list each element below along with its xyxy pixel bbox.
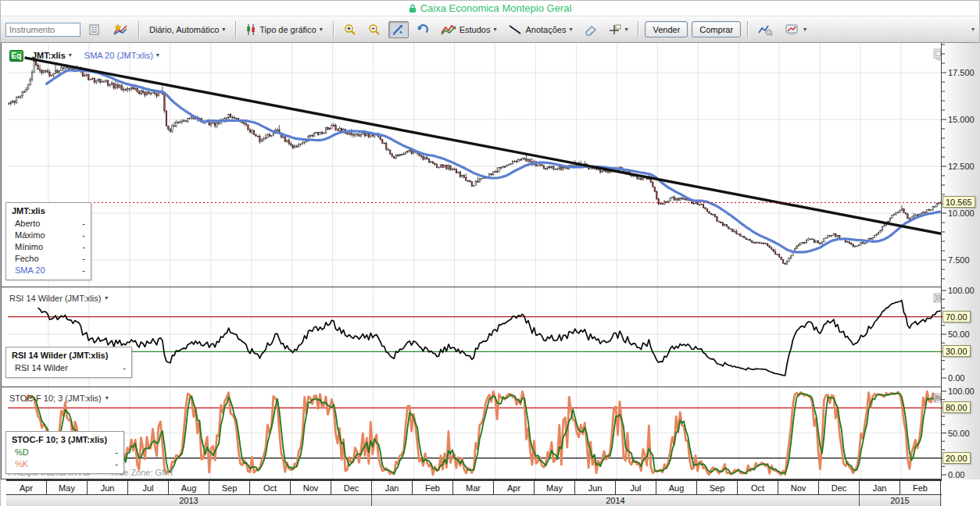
sma-20-line: [46, 70, 941, 252]
toolbar-separator: [138, 21, 139, 38]
month-label: May: [535, 481, 575, 494]
stoc-header-dropdown[interactable]: STOC-F 10; 3 (JMT:xlis): [9, 394, 109, 403]
maximize-panel-icon[interactable]: [933, 48, 941, 59]
instrument-list-icon: [88, 23, 101, 36]
toolbar-separator: [235, 21, 236, 38]
crosshair-info-dropdown[interactable]: [605, 21, 631, 38]
instrument-search-input[interactable]: [5, 23, 80, 37]
trendline-annotation[interactable]: [25, 58, 941, 234]
row-label: Fecho: [12, 253, 39, 265]
month-label: Dec: [819, 481, 860, 494]
sma-overlay-dropdown[interactable]: SMA 20 (JMT:xlis): [80, 48, 163, 62]
tooltip-title: JMT:xlis: [12, 206, 85, 216]
chevron-down-icon: [493, 27, 496, 33]
axis-value-badge: 70.00: [942, 311, 971, 322]
rsi-chart: [2, 287, 941, 387]
rsi-header-dropdown[interactable]: RSI 14 Wilder (JMT:xlis): [9, 294, 108, 303]
undo-icon: [417, 23, 429, 36]
chevron-down-icon: [106, 395, 109, 401]
chevron-down-icon: [569, 27, 572, 33]
anotacoes-label: Anotações: [525, 25, 566, 34]
axis-tick-label: 17.500: [948, 68, 975, 77]
sell-button[interactable]: Vender: [645, 21, 688, 37]
price-tooltip-box: JMT:xlis Aberto- Máximo- Mínimo- Fecho- …: [5, 202, 91, 280]
symbol-dropdown[interactable]: JMT:xlis: [28, 48, 76, 62]
panel-divider[interactable]: [1, 287, 941, 287]
toolbar-separator: [333, 21, 334, 38]
month-label: Jan: [860, 481, 900, 494]
add-chart-star-icon: [113, 23, 128, 36]
month-label: Oct: [250, 481, 291, 494]
row-label: RSI 14 Wilder: [12, 362, 68, 374]
tooltip-row: SMA 20-: [12, 265, 85, 276]
tooltip-row: RSI 14 Wilder-: [12, 362, 126, 374]
eraser-button[interactable]: [580, 21, 601, 38]
rsi-tooltip-box: RSI 14 Wilder (JMT:xlis) RSI 14 Wilder-: [5, 347, 132, 378]
month-label: Nov: [778, 481, 819, 494]
chart-settings-button[interactable]: [754, 21, 777, 38]
month-label: Mar: [453, 481, 494, 494]
instrument-list-button[interactable]: [84, 21, 105, 38]
month-label: May: [47, 481, 88, 494]
zoom-out-button[interactable]: [364, 21, 384, 38]
candlestick-icon: [246, 23, 256, 36]
rsi-panel[interactable]: RSI 14 Wilder (JMT:xlis) RSI 14 Wilder (…: [1, 287, 941, 387]
axis-value-badge: 10.565: [942, 196, 975, 208]
panel-divider[interactable]: [1, 387, 941, 387]
close-panel-icon[interactable]: [933, 293, 941, 303]
month-label: Jul: [616, 481, 656, 494]
rsi-header-label: RSI 14 Wilder (JMT:xlis): [9, 294, 101, 303]
crosshair-info-icon: [609, 23, 621, 36]
chevron-down-icon: [222, 27, 225, 33]
toolbar-separator: [638, 21, 638, 38]
pan-adjust-button[interactable]: [388, 21, 409, 38]
tooltip-row: %K-: [12, 458, 118, 470]
panel-divider: [1, 479, 941, 479]
chart-type-dropdown[interactable]: Tipo de gráfico: [242, 21, 326, 38]
axis-tick-label: 100.00: [948, 387, 975, 396]
zoom-in-button[interactable]: [340, 21, 360, 38]
time-axis[interactable]: AprMayJunJulAugSepOctNovDecJanFebMarAprM…: [6, 479, 942, 506]
stochastic-panel[interactable]: STOC-F 10; 3 (JMT:xlis) STOC-F 10; 3 (JM…: [1, 387, 941, 479]
zoom-out-icon: [368, 23, 381, 36]
add-instrument-chart-button[interactable]: [109, 21, 132, 38]
undo-button[interactable]: [413, 21, 433, 38]
axis-tick-label: 10.000: [948, 208, 975, 218]
row-value: -: [82, 230, 85, 241]
zoom-in-icon: [344, 23, 356, 36]
buy-button[interactable]: Comprar: [692, 21, 741, 37]
month-label: Feb: [900, 481, 941, 494]
chevron-down-icon: [320, 27, 323, 33]
year-row: 201320142015: [6, 495, 942, 506]
month-label: Sep: [209, 481, 250, 494]
row-value: -: [123, 362, 126, 374]
toolbar-overflow-button[interactable]: [971, 27, 975, 33]
trendline-tool-icon: [508, 23, 522, 36]
row-label: Mínimo: [12, 241, 43, 253]
row-value: -: [82, 253, 85, 265]
chart-region: Eq JMT:xlis SMA 20 (JMT:xlis): [1, 43, 980, 506]
tooltip-row: Fecho-: [12, 253, 85, 265]
tooltip-row: Mínimo-: [12, 241, 85, 253]
rsi-line: [38, 301, 941, 376]
close-panel-icon[interactable]: [933, 393, 941, 403]
row-value: -: [82, 241, 85, 253]
axis-tick-label: 15.000: [948, 115, 975, 124]
year-label: 2015: [860, 495, 941, 506]
price-axis[interactable]: 17.50015.00012.50010.0007.500100.0050.00…: [941, 43, 980, 479]
trading-chart-window: Caixa Economica Montepio Geral Diário, A…: [0, 0, 980, 506]
axis-value-badge: 80.00: [942, 401, 971, 413]
anotacoes-dropdown[interactable]: Anotações: [504, 21, 576, 38]
tooltip-row: Máximo-: [12, 230, 85, 241]
export-print-dropdown[interactable]: [781, 21, 810, 38]
price-panel[interactable]: Eq JMT:xlis SMA 20 (JMT:xlis): [1, 43, 941, 287]
estudos-dropdown[interactable]: Estudos: [437, 21, 501, 38]
month-label: Oct: [738, 481, 778, 494]
chevron-down-icon: [69, 52, 72, 59]
tooltip-row: %D-: [12, 447, 118, 458]
equity-type-badge: Eq: [9, 50, 23, 62]
chevron-down-icon: [105, 295, 108, 301]
month-label: Apr: [494, 481, 535, 494]
period-dropdown[interactable]: Diário, Automático: [145, 23, 229, 37]
chevron-down-icon: [624, 27, 628, 33]
